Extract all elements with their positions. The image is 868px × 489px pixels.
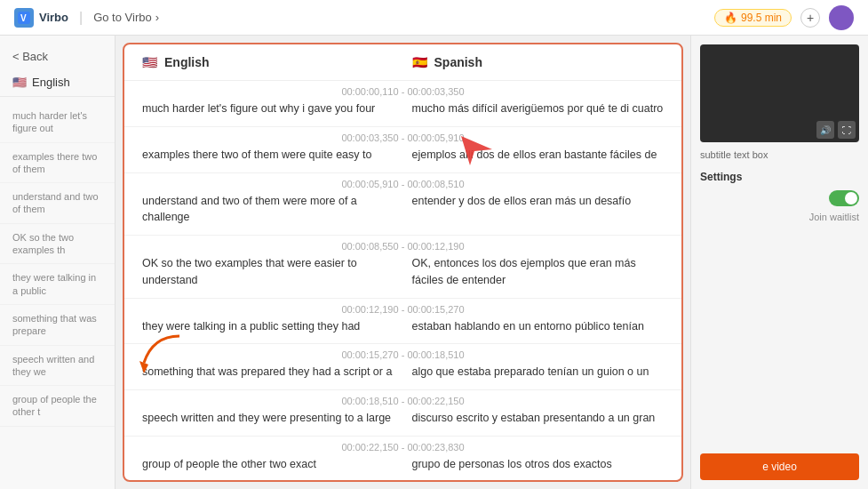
settings-title: Settings xyxy=(700,171,859,183)
center-content: 🇺🇸 English 🇪🇸 Spanish 00:00:00,110 - 00:… xyxy=(115,36,690,489)
spanish-text[interactable]: mucho más difícil averigüemos por qué te… xyxy=(412,100,665,117)
list-item[interactable]: group of people the other t xyxy=(0,386,115,427)
us-flag-icon: 🇺🇸 xyxy=(12,76,27,89)
row-content: something that was prepared they had a s… xyxy=(124,362,681,389)
user-avatar[interactable] xyxy=(829,5,854,30)
settings-section: Settings Join waitlist xyxy=(700,171,859,231)
toggle-row xyxy=(700,190,859,206)
list-item[interactable]: much harder let's figure out xyxy=(0,102,115,143)
spanish-column-header: 🇪🇸 Spanish xyxy=(394,55,665,69)
english-text[interactable]: speech written and they were presenting … xyxy=(142,410,394,427)
main-layout: < Back 🇺🇸 English much harder let's figu… xyxy=(0,36,868,489)
svg-text:V: V xyxy=(20,13,27,23)
timestamp: 00:00:15,270 - 00:00:18,510 xyxy=(124,344,681,362)
us-flag-icon: 🇺🇸 xyxy=(142,55,157,69)
sidebar-lang-label: 🇺🇸 English xyxy=(0,68,115,97)
list-item[interactable]: they were talking in a public xyxy=(0,264,115,305)
table-row: 00:00:05,910 - 00:00:08,510 understand a… xyxy=(124,173,681,236)
list-item[interactable]: speech written and they we xyxy=(0,346,115,387)
table-row: 00:00:18,510 - 00:00:22,150 speech writt… xyxy=(124,390,681,437)
row-content: they were talking in a public setting th… xyxy=(124,317,681,344)
subtitle-text-box-label: subtitle text box xyxy=(700,149,859,160)
table-row: 00:00:15,270 - 00:00:18,510 something th… xyxy=(124,344,681,390)
flame-icon: 🔥 xyxy=(724,12,737,24)
timestamp: 00:00:05,910 - 00:00:08,510 xyxy=(124,173,681,191)
volume-icon: 🔊 xyxy=(820,125,831,135)
english-text[interactable]: OK so the two examples that were easier … xyxy=(142,255,394,289)
spanish-text[interactable]: grupo de personas los otros dos exactos xyxy=(412,456,665,473)
row-content: understand and two of them were more of … xyxy=(124,191,681,236)
english-text[interactable]: group of people the other two exact xyxy=(142,456,394,473)
english-column-header: 🇺🇸 English xyxy=(142,55,394,69)
minutes-badge: 🔥 99.5 min xyxy=(714,9,792,27)
spanish-text[interactable]: discurso escrito y estaban presentando a… xyxy=(412,410,665,427)
export-video-button[interactable]: e video xyxy=(700,453,859,480)
table-row: 00:00:12,190 - 00:00:15,270 they were ta… xyxy=(124,299,681,345)
spanish-text[interactable]: OK, entonces los dos ejemplos que eran m… xyxy=(412,255,665,289)
timestamp: 00:00:03,350 - 00:00:05,910 xyxy=(124,127,681,145)
spanish-text[interactable]: estaban hablando en un entorno público t… xyxy=(412,318,665,335)
video-controls: 🔊 ⛶ xyxy=(816,121,856,139)
go-to-virbo-link[interactable]: Go to Virbo › xyxy=(93,11,159,24)
plus-button[interactable]: + xyxy=(800,8,820,28)
fullscreen-icon: ⛶ xyxy=(842,125,851,135)
timestamp: 00:00:00,110 - 00:00:03,350 xyxy=(124,81,681,99)
row-content: OK so the two examples that were easier … xyxy=(124,253,681,298)
topbar-right: 🔥 99.5 min + xyxy=(714,5,854,30)
table-row: 00:00:08,550 - 00:00:12,190 OK so the tw… xyxy=(124,236,681,299)
timestamp: 00:00:22,150 - 00:00:23,830 xyxy=(124,437,681,454)
row-content: group of people the other two exact grup… xyxy=(124,454,681,480)
english-text[interactable]: they were talking in a public setting th… xyxy=(142,318,394,335)
modal-body[interactable]: 00:00:00,110 - 00:00:03,350 much harder … xyxy=(124,81,681,480)
timestamp: 00:00:08,550 - 00:00:12,190 xyxy=(124,236,681,253)
timestamp: 00:00:12,190 - 00:00:15,270 xyxy=(124,299,681,317)
english-text[interactable]: something that was prepared they had a s… xyxy=(142,364,394,381)
list-item[interactable]: understand and two of them xyxy=(0,183,115,224)
table-row: 00:00:03,350 - 00:00:05,910 examples the… xyxy=(124,127,681,173)
english-text[interactable]: examples there two of them were quite ea… xyxy=(142,147,394,164)
spanish-text[interactable]: ejemplos allí dos de ellos eran bastante… xyxy=(412,147,665,164)
english-text[interactable]: much harder let's figure out why i gave … xyxy=(142,100,394,117)
list-item[interactable]: OK so the two examples th xyxy=(0,224,115,265)
settings-toggle[interactable] xyxy=(829,190,859,206)
logo: V Virbo xyxy=(14,8,68,28)
list-item[interactable]: examples there two of them xyxy=(0,143,115,184)
back-button[interactable]: < Back xyxy=(0,44,115,68)
video-preview: 🔊 ⛶ xyxy=(700,44,859,142)
join-waitlist-label[interactable]: Join waitlist xyxy=(700,212,859,222)
row-content: much harder let's figure out why i gave … xyxy=(124,99,681,126)
modal-header: 🇺🇸 English 🇪🇸 Spanish xyxy=(124,44,681,81)
spanish-text[interactable]: entender y dos de ellos eran más un desa… xyxy=(412,193,665,227)
table-row: 00:00:22,150 - 00:00:23,830 group of peo… xyxy=(124,437,681,480)
table-row: 00:00:00,110 - 00:00:03,350 much harder … xyxy=(124,81,681,127)
right-panel: 🔊 ⛶ subtitle text box Settings Join wait… xyxy=(690,36,868,489)
row-content: speech written and they were presenting … xyxy=(124,408,681,436)
sidebar: < Back 🇺🇸 English much harder let's figu… xyxy=(0,36,115,489)
translation-modal: 🇺🇸 English 🇪🇸 Spanish 00:00:00,110 - 00:… xyxy=(123,43,683,482)
row-content: examples there two of them were quite ea… xyxy=(124,145,681,172)
logo-icon: V xyxy=(14,8,34,28)
topbar: V Virbo | Go to Virbo › 🔥 99.5 min + xyxy=(0,0,868,36)
es-flag-icon: 🇪🇸 xyxy=(412,55,427,69)
fullscreen-button[interactable]: ⛶ xyxy=(838,121,856,139)
english-text[interactable]: understand and two of them were more of … xyxy=(142,193,394,227)
spanish-text[interactable]: algo que estaba preparado tenían un guio… xyxy=(412,364,665,381)
timestamp: 00:00:18,510 - 00:00:22,150 xyxy=(124,390,681,408)
list-item[interactable]: something that was prepare xyxy=(0,305,115,346)
logo-text: Virbo xyxy=(39,11,68,24)
volume-button[interactable]: 🔊 xyxy=(816,121,834,139)
topbar-divider: | xyxy=(79,10,83,26)
